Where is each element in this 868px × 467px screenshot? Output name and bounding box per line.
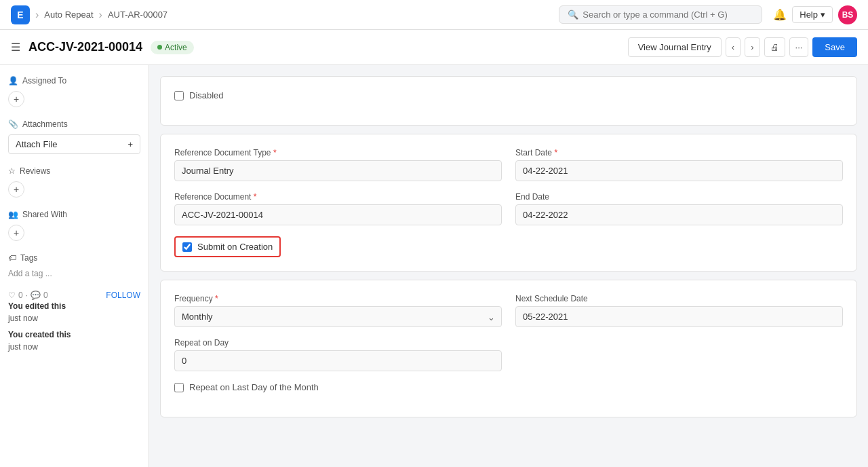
reviews-section: ☆ Reviews + bbox=[8, 166, 140, 198]
ref-doc-type-group: Reference Document Type * bbox=[174, 148, 502, 181]
star-icon: ☆ bbox=[8, 166, 16, 176]
ref-doc-type-input[interactable] bbox=[174, 160, 502, 181]
repeat-last-day-row: Repeat on Last Day of the Month bbox=[174, 382, 843, 392]
reviews-header: ☆ Reviews bbox=[8, 166, 140, 176]
end-date-input[interactable] bbox=[515, 204, 843, 225]
repeat-on-day-group: Repeat on Day bbox=[174, 338, 502, 371]
page-title: ACC-JV-2021-00014 bbox=[28, 40, 142, 54]
breadcrumb-sep2: › bbox=[99, 9, 102, 21]
activity-2-you: You created this bbox=[8, 330, 71, 339]
add-review-button[interactable]: + bbox=[8, 181, 24, 198]
assigned-to-label: Assigned To bbox=[22, 76, 66, 86]
repeat-on-day-label: Repeat on Day bbox=[174, 338, 502, 348]
attachments-section: 📎 Attachments Attach File + bbox=[8, 119, 140, 154]
breadcrumb-parent[interactable]: Auto Repeat bbox=[44, 10, 93, 20]
form-row-2: Reference Document * End Date bbox=[174, 192, 843, 225]
next-record-button[interactable]: › bbox=[745, 37, 760, 57]
follow-section: ♡ 0 · 💬 0 FOLLOW bbox=[8, 291, 140, 300]
view-journal-entry-button[interactable]: View Journal Entry bbox=[628, 37, 722, 57]
start-date-required: * bbox=[554, 148, 557, 157]
start-date-group: Start Date * bbox=[515, 148, 843, 181]
page-header: ☰ ACC-JV-2021-00014 Active View Journal … bbox=[0, 30, 868, 65]
tag-icon: 🏷 bbox=[8, 253, 16, 263]
share-icon: 👥 bbox=[8, 210, 18, 219]
frequency-label: Frequency * bbox=[174, 294, 502, 303]
activity-1-you: You edited this bbox=[8, 301, 66, 311]
form-row-4: Repeat on Day bbox=[174, 338, 843, 371]
activity-section: You edited this just now You created thi… bbox=[8, 300, 140, 353]
disabled-card: Disabled bbox=[160, 76, 857, 126]
tags-header: 🏷 Tags bbox=[8, 253, 140, 263]
ref-doc-group: Reference Document * bbox=[174, 192, 502, 225]
tags-label: Tags bbox=[20, 253, 37, 263]
attachments-header: 📎 Attachments bbox=[8, 119, 140, 129]
disabled-label: Disabled bbox=[189, 90, 224, 100]
repeat-last-day-checkbox[interactable] bbox=[174, 383, 184, 392]
add-tag-label[interactable]: Add a tag ... bbox=[8, 269, 52, 278]
search-bar[interactable]: 🔍 bbox=[559, 5, 762, 24]
frequency-card: Frequency * Monthly Daily Weekly Quarter… bbox=[160, 280, 857, 417]
help-chevron-icon: ▾ bbox=[821, 10, 825, 20]
heart-icon: ♡ bbox=[8, 291, 16, 300]
repeat-last-day-label: Repeat on Last Day of the Month bbox=[189, 382, 319, 392]
sidebar-toggle-button[interactable]: ☰ bbox=[11, 41, 20, 54]
next-schedule-date-label: Next Schedule Date bbox=[515, 294, 843, 303]
breadcrumb-current: AUT-AR-00007 bbox=[108, 10, 167, 20]
shared-with-label: Shared With bbox=[22, 210, 67, 219]
print-button[interactable]: 🖨 bbox=[764, 37, 785, 57]
attachments-label: Attachments bbox=[22, 119, 68, 129]
activity-item-2: You created this just now bbox=[8, 329, 140, 353]
shared-with-section: 👥 Shared With + bbox=[8, 210, 140, 241]
shared-with-header: 👥 Shared With bbox=[8, 210, 140, 219]
disabled-checkbox[interactable] bbox=[174, 91, 184, 100]
dot-separator: · bbox=[26, 291, 28, 300]
attach-file-label: Attach File bbox=[16, 139, 57, 149]
next-schedule-date-input[interactable] bbox=[515, 306, 843, 327]
likes-count: 0 bbox=[18, 291, 23, 300]
start-date-label: Start Date * bbox=[515, 148, 843, 157]
person-icon: 👤 bbox=[8, 76, 18, 86]
topnav: E › Auto Repeat › AUT-AR-00007 🔍 🔔 Help … bbox=[0, 0, 868, 30]
next-schedule-date-group: Next Schedule Date bbox=[515, 294, 843, 327]
ref-doc-type-required: * bbox=[273, 148, 277, 157]
sidebar: 👤 Assigned To + 📎 Attachments Attach Fil… bbox=[0, 65, 149, 467]
status-badge: Active bbox=[151, 41, 194, 54]
user-avatar[interactable]: BS bbox=[838, 5, 857, 24]
save-button[interactable]: Save bbox=[812, 37, 857, 57]
prev-record-button[interactable]: ‹ bbox=[726, 37, 741, 57]
activity-1-time: just now bbox=[8, 314, 38, 323]
placeholder-group bbox=[515, 338, 843, 371]
end-date-group: End Date bbox=[515, 192, 843, 225]
reviews-label: Reviews bbox=[20, 166, 50, 176]
follow-button[interactable]: FOLLOW bbox=[106, 291, 140, 300]
search-icon: 🔍 bbox=[568, 10, 578, 20]
frequency-select[interactable]: Monthly Daily Weekly Quarterly Half-year… bbox=[174, 306, 502, 327]
breadcrumb-sep1: › bbox=[35, 9, 39, 21]
frequency-select-wrapper: Monthly Daily Weekly Quarterly Half-year… bbox=[174, 306, 502, 327]
end-date-label: End Date bbox=[515, 192, 843, 202]
ref-doc-input[interactable] bbox=[174, 204, 502, 225]
likes-count-area: ♡ 0 · 💬 0 bbox=[8, 291, 48, 300]
attach-file-plus-icon: + bbox=[127, 139, 133, 149]
main-layout: 👤 Assigned To + 📎 Attachments Attach Fil… bbox=[0, 65, 868, 467]
activity-2-time: just now bbox=[8, 342, 38, 352]
submit-on-creation-checkbox[interactable] bbox=[182, 242, 192, 252]
submit-on-creation-highlight: Submit on Creation bbox=[174, 236, 281, 257]
disabled-row: Disabled bbox=[174, 90, 843, 100]
ref-doc-required: * bbox=[254, 192, 257, 202]
attach-file-button[interactable]: Attach File + bbox=[8, 134, 140, 154]
comment-icon: 💬 bbox=[31, 291, 41, 300]
add-assigned-to-button[interactable]: + bbox=[8, 91, 24, 107]
help-button[interactable]: Help ▾ bbox=[792, 6, 833, 23]
repeat-on-day-input[interactable] bbox=[174, 350, 502, 371]
help-label: Help bbox=[800, 10, 818, 20]
start-date-input[interactable] bbox=[515, 160, 843, 181]
search-input[interactable] bbox=[583, 10, 753, 20]
notifications-button[interactable]: 🔔 bbox=[773, 8, 787, 21]
add-shared-with-button[interactable]: + bbox=[8, 225, 24, 241]
status-label: Active bbox=[165, 43, 187, 52]
form-row-1: Reference Document Type * Start Date * bbox=[174, 148, 843, 181]
assigned-to-header: 👤 Assigned To bbox=[8, 76, 140, 86]
more-options-button[interactable]: ··· bbox=[789, 37, 809, 57]
reference-card: Reference Document Type * Start Date * bbox=[160, 134, 857, 272]
